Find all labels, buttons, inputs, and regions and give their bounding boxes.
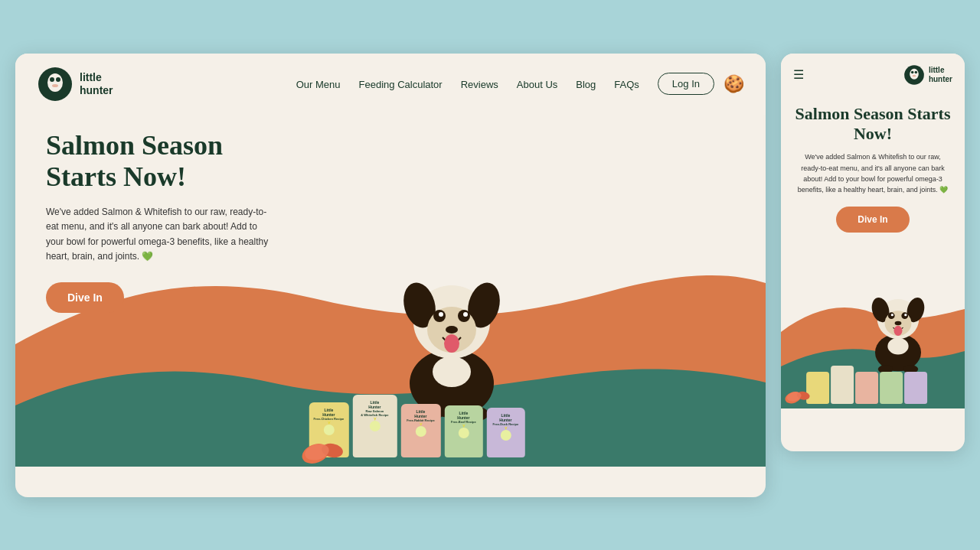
mobile-hero-description: We've added Salmon & Whitefish to our ra… (795, 151, 951, 196)
mobile-pouch-2 (831, 366, 854, 404)
nav-links: Our Menu Feeding Calculator Reviews Abou… (296, 77, 639, 91)
nav-item-about[interactable]: About Us (517, 77, 557, 91)
svg-point-29 (911, 70, 914, 73)
logo-area: little hunter (37, 66, 113, 103)
svg-point-39 (891, 314, 893, 316)
mobile-pouch-5 (904, 372, 927, 404)
svg-point-31 (913, 75, 916, 76)
pouch-2-salmon: LittleHunter Raw Salmon& Whitefish Recip… (352, 395, 397, 457)
hero-description: We've added Salmon & Whitefish to our ra… (46, 205, 276, 264)
mobile-pouch-4 (880, 372, 903, 404)
hero-content: Salmon Season Starts Now! We've added Sa… (46, 130, 276, 314)
nav-item-blog[interactable]: Blog (576, 77, 596, 91)
nav-item-menu[interactable]: Our Menu (296, 77, 341, 91)
desktop-mockup: little hunter Our Menu Feeding Calculato… (15, 54, 766, 497)
svg-point-20 (369, 421, 380, 431)
login-button[interactable]: Log In (658, 73, 714, 95)
nav-item-reviews[interactable]: Reviews (461, 77, 498, 91)
mobile-logo-icon (903, 64, 925, 86)
svg-point-30 (914, 70, 917, 73)
svg-point-12 (439, 312, 443, 317)
mobile-hero-content: Salmon Season Starts Now! We've added Sa… (781, 92, 965, 233)
hero-section: Salmon Season Starts Now! We've added Sa… (15, 115, 766, 467)
mobile-salmon-chunk (784, 387, 812, 407)
svg-point-28 (910, 68, 919, 79)
pouch-4: LittleHunter Free-Beef Recipe (444, 405, 482, 457)
page-wrapper: little hunter Our Menu Feeding Calculato… (15, 54, 965, 497)
dive-in-button[interactable]: Dive In (46, 282, 124, 313)
navbar: little hunter Our Menu Feeding Calculato… (15, 54, 766, 115)
svg-point-42 (894, 326, 903, 336)
pouch-5: LittleHunter Free-Duck Recipe (486, 408, 524, 457)
hamburger-icon[interactable]: ☰ (793, 67, 804, 82)
svg-point-40 (904, 314, 906, 316)
nav-item-calculator[interactable]: Feeding Calculator (359, 77, 443, 91)
mobile-product-pouches (806, 366, 927, 404)
nav-item-faqs[interactable]: FAQs (614, 77, 639, 91)
cart-icon[interactable]: 🍪 (724, 74, 744, 94)
pouch-3: LittleHunter Free-Rabbit Recipe (400, 404, 440, 457)
svg-point-13 (463, 312, 468, 317)
hero-title: Salmon Season Starts Now! (46, 130, 276, 194)
svg-point-41 (895, 321, 902, 325)
svg-point-16 (433, 356, 471, 387)
mobile-navbar: ☰ littlehunter (781, 54, 965, 92)
svg-point-23 (500, 430, 511, 441)
mobile-visual (781, 240, 965, 408)
mobile-pouch-3 (855, 372, 878, 404)
svg-point-4 (52, 84, 58, 87)
svg-point-1 (47, 73, 63, 92)
svg-point-21 (415, 426, 426, 437)
svg-point-15 (444, 334, 459, 353)
salmon-chunk (300, 437, 346, 467)
svg-point-19 (323, 425, 334, 435)
svg-point-14 (446, 326, 458, 334)
svg-point-3 (56, 77, 60, 82)
mobile-mockup: ☰ littlehunter Salmon Season Starts Now! (781, 54, 965, 451)
svg-point-2 (50, 77, 54, 82)
svg-point-22 (458, 428, 469, 438)
logo-text: little hunter (80, 71, 113, 97)
nav-right: Log In 🍪 (658, 73, 744, 95)
logo-icon (37, 66, 74, 103)
svg-point-43 (887, 337, 908, 354)
mobile-logo-area: littlehunter (903, 64, 952, 86)
mobile-logo-text: littlehunter (929, 66, 952, 84)
mobile-dog-image (856, 282, 940, 376)
mobile-dive-in-button[interactable]: Dive In (836, 207, 909, 233)
mobile-hero-title: Salmon Season Starts Now! (795, 104, 951, 145)
